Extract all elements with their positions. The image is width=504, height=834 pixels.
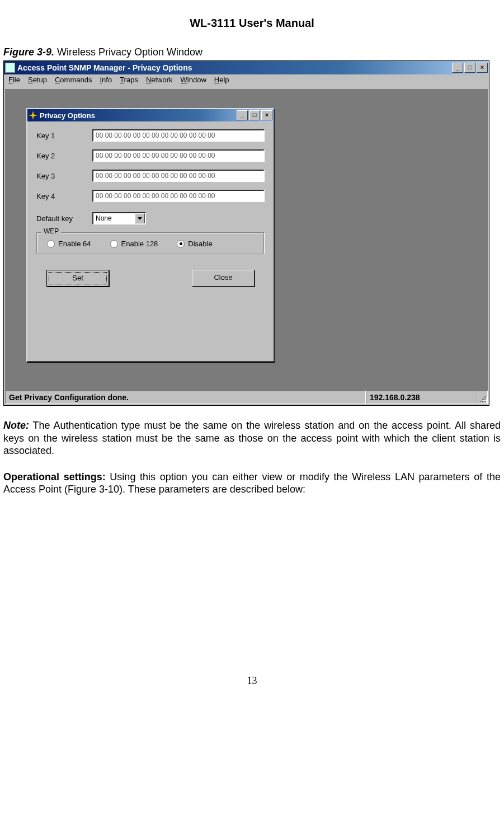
default-key-dropdown[interactable]: None <box>92 212 146 224</box>
close-button[interactable]: Close <box>192 270 255 287</box>
radio-enable-64[interactable]: Enable 64 <box>47 240 91 248</box>
default-key-value: None <box>93 213 135 223</box>
key1-label: Key 1 <box>36 132 92 140</box>
operational-settings-label: Operational settings: <box>3 471 106 482</box>
menu-commands[interactable]: Commands <box>55 76 92 84</box>
menu-network[interactable]: Network <box>146 76 173 84</box>
set-button[interactable]: Set <box>46 270 109 287</box>
radio-icon <box>47 240 55 248</box>
page-number: 13 <box>3 675 501 687</box>
key1-input[interactable] <box>92 129 265 142</box>
mdi-client-area: Privacy Options _ □ × Key 1 Key 2 <box>5 89 488 391</box>
figure-caption: Figure 3-9. Wireless Privacy Option Wind… <box>3 46 501 58</box>
radio-enable-128[interactable]: Enable 128 <box>110 240 158 248</box>
radio-disable[interactable]: Disable <box>177 240 212 248</box>
menu-traps[interactable]: Traps <box>120 76 138 84</box>
menu-setup[interactable]: Setup <box>28 76 47 84</box>
key2-label: Key 2 <box>36 152 92 160</box>
menu-help[interactable]: Help <box>214 76 229 84</box>
note-label: Note: <box>3 420 29 431</box>
dialog-maximize-button[interactable]: □ <box>249 110 260 120</box>
app-title-text: Access Point SNMP Manager - Privacy Opti… <box>17 63 452 72</box>
dialog-close-button[interactable]: × <box>261 110 272 120</box>
radio-icon <box>177 240 185 248</box>
app-window: Access Point SNMP Manager - Privacy Opti… <box>3 60 489 406</box>
status-ip: 192.168.0.238 <box>366 391 475 404</box>
radio-enable-128-label: Enable 128 <box>121 240 158 248</box>
key4-input[interactable] <box>92 190 265 202</box>
resize-grip[interactable] <box>475 391 488 404</box>
bolt-icon <box>29 111 37 120</box>
radio-disable-label: Disable <box>188 240 212 248</box>
app-titlebar: Access Point SNMP Manager - Privacy Opti… <box>4 61 489 74</box>
key3-label: Key 3 <box>36 172 92 180</box>
key3-input[interactable] <box>92 170 265 182</box>
key2-input[interactable] <box>92 149 265 162</box>
app-icon <box>5 63 15 73</box>
maximize-button[interactable]: □ <box>464 63 475 73</box>
note-paragraph: Note: The Authentication type must be th… <box>3 419 501 457</box>
radio-enable-64-label: Enable 64 <box>58 240 91 248</box>
menu-window[interactable]: Window <box>181 76 206 84</box>
set-button-label: Set <box>49 272 107 284</box>
minimize-button[interactable]: _ <box>452 63 463 73</box>
menu-info[interactable]: Info <box>100 76 112 84</box>
menubar: FileSetupCommandsInfoTrapsNetworkWindowH… <box>4 74 489 85</box>
figure-number: Figure 3-9. <box>3 46 54 58</box>
dialog-titlebar: Privacy Options _ □ × <box>27 109 274 121</box>
close-window-button[interactable]: × <box>477 63 488 73</box>
document-title: WL-3111 User's Manual <box>3 17 501 30</box>
privacy-options-dialog: Privacy Options _ □ × Key 1 Key 2 <box>26 108 275 362</box>
status-message: Get Privacy Configuration done. <box>5 391 366 404</box>
default-key-label: Default key <box>36 214 92 223</box>
menu-file[interactable]: File <box>8 76 20 84</box>
radio-icon <box>110 240 118 248</box>
note-text: The Authentication type must be the same… <box>3 420 501 456</box>
close-button-label: Close <box>214 273 232 282</box>
operational-settings-paragraph: Operational settings: Using this option … <box>3 471 501 496</box>
dialog-minimize-button[interactable]: _ <box>237 110 248 120</box>
wep-group: WEP Enable 64 Enable 128 <box>36 232 265 254</box>
chevron-down-icon <box>138 217 142 220</box>
wep-group-label: WEP <box>41 227 61 235</box>
dialog-title: Privacy Options <box>40 111 237 120</box>
key4-label: Key 4 <box>36 192 92 200</box>
statusbar: Get Privacy Configuration done. 192.168.… <box>5 391 488 404</box>
figure-caption-text: Wireless Privacy Option Window <box>57 46 202 58</box>
dropdown-button[interactable] <box>135 213 145 223</box>
